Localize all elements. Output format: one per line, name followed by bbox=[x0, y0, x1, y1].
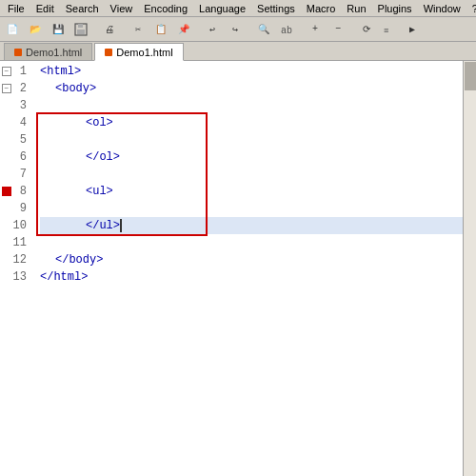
menu-macro[interactable]: Macro bbox=[301, 2, 342, 15]
svg-text:ab: ab bbox=[281, 26, 292, 36]
line-6: 6 bbox=[0, 149, 30, 166]
menu-file[interactable]: File bbox=[2, 2, 30, 15]
tab-active-dot bbox=[105, 49, 112, 56]
code-line-6: </ol> bbox=[40, 149, 463, 166]
code-line-10: </ul> bbox=[40, 217, 463, 234]
code-line-5 bbox=[40, 131, 463, 149]
menubar: File Edit Search View Encoding Language … bbox=[0, 0, 476, 17]
code-line-11 bbox=[40, 234, 463, 251]
line-4: 4 bbox=[0, 114, 30, 131]
tb-sync[interactable]: ⟳ bbox=[356, 19, 377, 40]
toolbar: 📄 📂 💾 🖨 ✂ 📋 📌 ↩ ↪ 🔍 ab + − ⟳ ≡ ▶ bbox=[0, 17, 476, 42]
tab-demo1-inactive[interactable]: Demo1.html bbox=[4, 43, 92, 61]
tb-print[interactable]: 🖨 bbox=[99, 19, 120, 40]
line-8: 8 bbox=[0, 183, 30, 200]
tb-wrap[interactable]: ≡ bbox=[379, 19, 400, 40]
code-line-12: </body> bbox=[40, 251, 463, 268]
line-5: 5 bbox=[0, 131, 30, 149]
code-line-8: <ul> bbox=[40, 183, 463, 200]
tb-find[interactable]: 🔍 bbox=[253, 19, 274, 40]
menu-search[interactable]: Search bbox=[60, 2, 105, 15]
menu-plugins[interactable]: Plugins bbox=[372, 2, 418, 15]
tb-open[interactable]: 📂 bbox=[25, 19, 46, 40]
menu-language[interactable]: Language bbox=[193, 2, 251, 15]
tb-cut[interactable]: ✂ bbox=[128, 19, 149, 40]
tb-save[interactable]: 💾 bbox=[48, 19, 69, 40]
menu-encoding[interactable]: Encoding bbox=[138, 2, 193, 15]
svg-text:≡: ≡ bbox=[384, 27, 388, 36]
code-line-2: <body> bbox=[40, 80, 463, 97]
line-10: 10 bbox=[0, 217, 30, 234]
tb-redo[interactable]: ↪ bbox=[225, 19, 246, 40]
tab-demo1-active[interactable]: Demo1.html bbox=[94, 43, 183, 61]
tab-label-active: Demo1.html bbox=[116, 47, 172, 58]
menu-settings[interactable]: Settings bbox=[251, 2, 301, 15]
line-9: 9 bbox=[0, 200, 30, 217]
tb-zoomout[interactable]: − bbox=[327, 19, 348, 40]
tab-modified-dot bbox=[14, 49, 22, 56]
menu-window[interactable]: Window bbox=[418, 2, 466, 15]
code-line-13: </html> bbox=[40, 268, 463, 286]
line-11: 11 bbox=[0, 234, 30, 251]
editor-area: − 1 − 2 3 4 5 6 7 8 9 10 bbox=[0, 61, 476, 476]
svg-rect-1 bbox=[78, 24, 83, 28]
fold-icon-1[interactable]: − bbox=[2, 67, 11, 76]
menu-help[interactable]: ? bbox=[466, 2, 476, 15]
line-7: 7 bbox=[0, 166, 30, 183]
code-line-1: <html> bbox=[40, 63, 463, 80]
line-numbers: − 1 − 2 3 4 5 6 7 8 9 10 bbox=[0, 61, 36, 476]
line-13: 13 bbox=[0, 268, 30, 286]
bookmark-icon-8 bbox=[2, 187, 11, 196]
scrollbar-thumb[interactable] bbox=[465, 62, 476, 90]
tb-paste[interactable]: 📌 bbox=[173, 19, 194, 40]
scrollbar-vertical[interactable] bbox=[463, 61, 476, 476]
tabs-bar: Demo1.html Demo1.html bbox=[0, 42, 476, 61]
code-line-3 bbox=[40, 97, 463, 114]
tab-label-inactive: Demo1.html bbox=[26, 47, 82, 58]
line-12: 12 bbox=[0, 251, 30, 268]
menu-edit[interactable]: Edit bbox=[30, 2, 60, 15]
line-2: − 2 bbox=[0, 80, 30, 97]
fold-icon-2[interactable]: − bbox=[2, 84, 11, 93]
tb-saveall[interactable] bbox=[70, 19, 91, 40]
tb-undo[interactable]: ↩ bbox=[202, 19, 223, 40]
tb-macro[interactable]: ▶ bbox=[402, 19, 423, 40]
tb-new[interactable]: 📄 bbox=[2, 19, 23, 40]
line-1: − 1 bbox=[0, 63, 30, 80]
svg-rect-2 bbox=[77, 30, 85, 34]
tb-copy[interactable]: 📋 bbox=[150, 19, 171, 40]
tb-zoomin[interactable]: + bbox=[305, 19, 326, 40]
menu-view[interactable]: View bbox=[105, 2, 139, 15]
code-line-7 bbox=[40, 166, 463, 183]
tb-replace[interactable]: ab bbox=[276, 19, 297, 40]
code-line-9 bbox=[40, 200, 463, 217]
code-line-4: <ol> bbox=[40, 114, 463, 131]
code-content[interactable]: <html> <body> <ol> </ol> <ul> </ul> </bo… bbox=[36, 61, 463, 476]
menu-run[interactable]: Run bbox=[341, 2, 371, 15]
line-3: 3 bbox=[0, 97, 30, 114]
